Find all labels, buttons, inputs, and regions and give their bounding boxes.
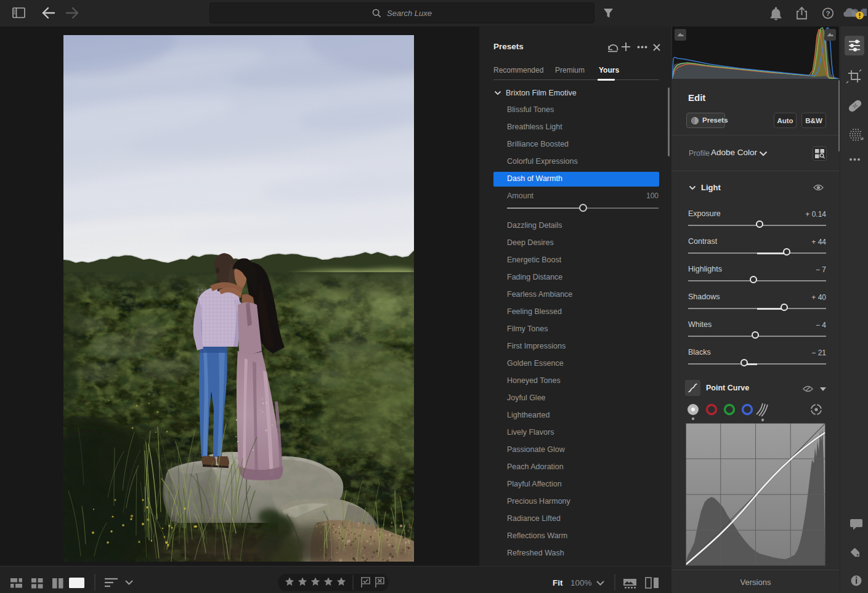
svg-text:100%: 100% (570, 578, 592, 587)
svg-text:Fit: Fit (553, 578, 563, 587)
svg-text:?: ? (825, 10, 830, 17)
